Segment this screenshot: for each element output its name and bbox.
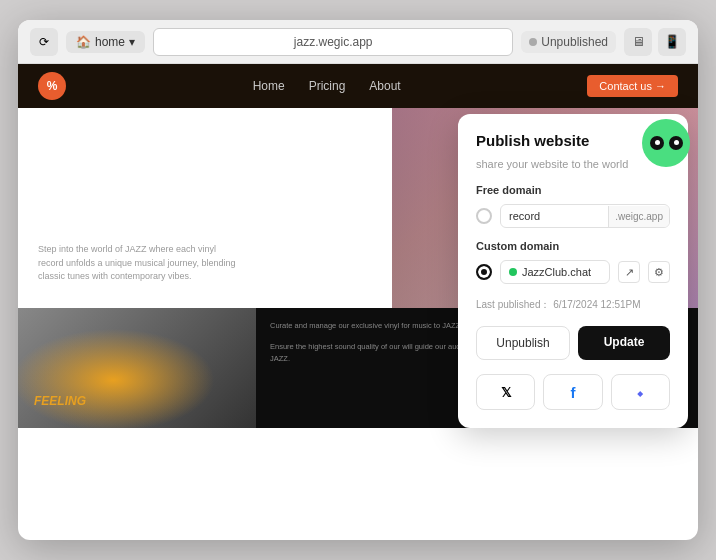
custom-domain-value[interactable]: JazzClub.chat [522, 266, 601, 278]
website-content: % Home Pricing About Contact us → VINYLP… [18, 64, 698, 540]
browser-chrome: ⟳ 🏠 home ▾ jazz.wegic.app Unpublished 🖥 … [18, 20, 698, 64]
hero-title: VINYLPRODUCTIONTHATSUPPORTS [38, 132, 372, 233]
mascot-left-eye [650, 136, 664, 150]
update-button[interactable]: Update [578, 326, 670, 360]
bottom-image: FEELING [18, 308, 256, 428]
discord-icon: ⬥ [636, 384, 644, 400]
last-published-value: 6/17/2024 12:51PM [553, 299, 640, 310]
facebook-icon: f [570, 384, 575, 401]
free-domain-suffix: .weigc.app [608, 206, 669, 227]
chevron-down-icon: ▾ [129, 35, 135, 49]
browser-icons: 🖥 📱 [624, 28, 686, 56]
site-logo: % [38, 72, 66, 100]
custom-domain-label: Custom domain [476, 240, 670, 252]
free-domain-radio[interactable] [476, 208, 492, 224]
link-out-icon: ↗ [625, 266, 634, 279]
hero-text: VINYLPRODUCTIONTHATSUPPORTS Step into th… [18, 108, 392, 308]
unpublish-button[interactable]: Unpublish [476, 326, 570, 360]
home-icon: 🏠 [76, 35, 91, 49]
monitor-button[interactable]: 🖥 [624, 28, 652, 56]
last-published: Last published： 6/17/2024 12:51PM [476, 298, 670, 312]
mascot-left-pupil [655, 140, 660, 145]
x-icon: 𝕏 [501, 385, 511, 400]
modal-actions: Unpublish Update [476, 326, 670, 360]
bottom-image-inner [18, 308, 256, 428]
mobile-icon: 📱 [664, 34, 680, 49]
free-domain-label: Free domain [476, 184, 670, 196]
modal-title: Publish website [476, 132, 589, 149]
free-domain-row: record .weigc.app [476, 204, 670, 228]
share-discord-button[interactable]: ⬥ [611, 374, 670, 410]
feeling-label: FEELING [34, 394, 86, 408]
nav-link-pricing[interactable]: Pricing [309, 79, 346, 93]
site-nav: % Home Pricing About Contact us → [18, 64, 698, 108]
nav-link-home[interactable]: Home [253, 79, 285, 93]
domain-action-icons: ↗ ⚙ [618, 261, 670, 283]
back-icon: ⟳ [39, 35, 49, 49]
hero-subtitle: Step into the world of JAZZ where each v… [38, 243, 238, 284]
back-button[interactable]: ⟳ [30, 28, 58, 56]
site-nav-links: Home Pricing About [253, 79, 401, 93]
custom-domain-row: JazzClub.chat ↗ ⚙ [476, 260, 670, 284]
free-domain-value[interactable]: record [501, 205, 608, 227]
mobile-button[interactable]: 📱 [658, 28, 686, 56]
settings-icon: ⚙ [654, 266, 664, 279]
home-tab-label: home [95, 35, 125, 49]
link-out-button[interactable]: ↗ [618, 261, 640, 283]
settings-button[interactable]: ⚙ [648, 261, 670, 283]
unpublished-badge: Unpublished [521, 31, 616, 53]
monitor-icon: 🖥 [632, 34, 645, 49]
free-domain-input-group: record .weigc.app [500, 204, 670, 228]
custom-domain-radio[interactable] [476, 264, 492, 280]
nav-link-about[interactable]: About [369, 79, 400, 93]
mascot-right-eye [669, 136, 683, 150]
mascot [642, 119, 690, 167]
modal-subtitle: share your website to the world [476, 158, 670, 170]
custom-domain-input-group: JazzClub.chat [500, 260, 610, 284]
unpublished-label: Unpublished [541, 35, 608, 49]
browser-window: ⟳ 🏠 home ▾ jazz.wegic.app Unpublished 🖥 … [18, 20, 698, 540]
share-buttons: 𝕏 f ⬥ [476, 374, 670, 410]
address-bar[interactable]: jazz.wegic.app [153, 28, 513, 56]
verified-dot [509, 268, 517, 276]
mascot-right-pupil [674, 140, 679, 145]
home-tab[interactable]: 🏠 home ▾ [66, 31, 145, 53]
modal-header: Publish website × [476, 132, 670, 154]
last-published-label: Last published： [476, 299, 551, 310]
mascot-eyes [650, 136, 683, 150]
share-x-button[interactable]: 𝕏 [476, 374, 535, 410]
address-text: jazz.wegic.app [294, 35, 373, 49]
share-facebook-button[interactable]: f [543, 374, 602, 410]
contact-us-button[interactable]: Contact us → [587, 75, 678, 97]
unpublished-dot [529, 38, 537, 46]
